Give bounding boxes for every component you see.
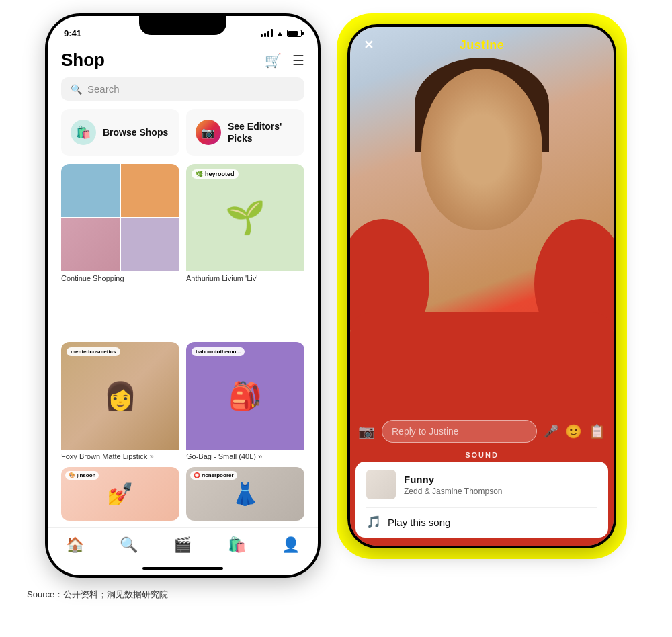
shop-header: Shop 🛒 ☰: [48, 46, 318, 77]
close-icon[interactable]: ✕: [364, 38, 374, 52]
quick-actions: 🛍️ Browse Shops 📷 See Editors' Picks: [48, 109, 318, 164]
browse-shops-card[interactable]: 🛍️ Browse Shops: [61, 109, 179, 156]
lipstick-person: 👩: [103, 380, 137, 412]
nav-shop[interactable]: 🛍️: [228, 536, 246, 554]
status-icons: ▲: [261, 29, 302, 37]
reply-bar: 📷 Reply to Justine 🎤 🙂 📋: [350, 415, 614, 448]
mosaic-img-1: [61, 164, 120, 217]
bag-emoji: 🎒: [228, 380, 262, 412]
header-icons: 🛒 ☰: [265, 52, 304, 69]
song-info: Funny Zedd & Jasmine Thompson: [366, 470, 597, 499]
instagram-icon: 📷: [196, 120, 221, 145]
main-content: 9:41 ▲ Shop 🛒: [13, 13, 659, 578]
snap-bottom-area: 📷 Reply to Justine 🎤 🙂 📋 SOUND: [350, 415, 614, 546]
mic-icon[interactable]: 🎤: [544, 424, 558, 439]
browse-shops-icon: 🛍️: [71, 120, 96, 145]
search-icon: 🔍: [71, 84, 82, 95]
lipstick-card[interactable]: 👩 mentedcosmetics Foxy Brown Matte Lipst…: [61, 342, 179, 462]
lipstick-brand: mentedcosmetics: [67, 347, 120, 356]
snap-top-bar: ✕ Justine ✕: [350, 27, 614, 63]
product-grid-row3: 🎨 jinsoon 💅 ⭕ richerpoorer 👗: [48, 467, 318, 521]
battery-icon: [287, 30, 302, 37]
play-text: Play this song: [388, 517, 450, 528]
menu-icon[interactable]: ☰: [292, 52, 304, 69]
send-icon[interactable]: 📋: [589, 423, 605, 439]
snap-spacer: ✕: [590, 38, 600, 52]
bottom-nav: 🏠 🔍 🎬 🛍️ 👤: [48, 527, 318, 567]
home-indicator: [142, 567, 223, 570]
richer-card[interactable]: ⭕ richerpoorer 👗: [186, 467, 304, 521]
cart-icon[interactable]: 🛒: [265, 52, 282, 69]
bag-brand: baboontothemo...: [192, 347, 245, 356]
browse-shops-label: Browse Shops: [103, 126, 168, 138]
yellow-background: ✕ Justine ✕ 📷 Reply to Justine 🎤: [337, 13, 627, 559]
editors-picks-label: See Editors' Picks: [228, 120, 295, 144]
nav-reels[interactable]: 🎬: [173, 536, 192, 554]
reply-placeholder: Reply to Justine: [392, 426, 459, 437]
music-note-icon: 🎵: [366, 515, 381, 529]
song-thumbnail: [366, 470, 396, 499]
status-time: 9:41: [64, 28, 81, 38]
jinsoon-brand-chip: 🎨 jinsoon: [65, 471, 99, 480]
mosaic-img-2: [121, 164, 179, 217]
left-phone: 9:41 ▲ Shop 🛒: [45, 13, 321, 578]
mosaic-img-3: [61, 218, 120, 271]
wifi-icon: ▲: [276, 29, 284, 37]
plant-label: Anthurium Livium 'Liv': [186, 271, 304, 284]
mosaic-img-4: [121, 218, 179, 271]
lipstick-label: Foxy Brown Matte Lipstick »: [61, 450, 179, 462]
shop-badge: 🌿 heyrooted: [192, 169, 239, 179]
jinsoon-card[interactable]: 🎨 jinsoon 💅: [61, 467, 179, 521]
person-face: [421, 69, 542, 230]
bag-label: Go-Bag - Small (40L) »: [186, 450, 304, 462]
nails-emoji: 💅: [107, 481, 134, 507]
snap-video-area: ✕ Justine ✕ 📷 Reply to Justine 🎤: [350, 27, 614, 546]
nav-profile[interactable]: 👤: [282, 536, 300, 554]
signal-bars-icon: [261, 29, 273, 37]
source-text: Source：公开资料；洞见数据研究院: [13, 589, 168, 601]
song-card: Funny Zedd & Jasmine Thompson 🎵 Play thi…: [355, 462, 608, 538]
product-grid-row2: 👩 mentedcosmetics Foxy Brown Matte Lipst…: [48, 342, 318, 462]
song-artist: Zedd & Jasmine Thompson: [404, 486, 597, 496]
richer-brand-chip: ⭕ richerpoorer: [190, 471, 237, 480]
apparel-emoji: 👗: [232, 481, 259, 507]
nav-home[interactable]: 🏠: [66, 536, 84, 554]
plant-emoji: 🌱: [225, 199, 265, 237]
snap-username: Justine: [460, 38, 505, 52]
shop-title: Shop: [61, 50, 105, 71]
search-placeholder-text: Search: [87, 83, 120, 95]
editors-picks-card[interactable]: 📷 See Editors' Picks: [186, 109, 304, 156]
song-title: Funny: [404, 474, 597, 485]
emoji-icon[interactable]: 🙂: [565, 423, 582, 439]
reply-input[interactable]: Reply to Justine: [382, 420, 537, 443]
bag-card[interactable]: 🎒 baboontothemo... Go-Bag - Small (40L) …: [186, 342, 304, 462]
continue-shopping-card[interactable]: Continue Shopping: [61, 164, 179, 337]
continue-shopping-label: Continue Shopping: [61, 271, 179, 284]
product-grid: Continue Shopping 🌿 heyrooted 🌱 Anthuriu…: [48, 164, 318, 337]
play-row[interactable]: 🎵 Play this song: [366, 507, 597, 529]
camera-icon[interactable]: 📷: [358, 423, 375, 439]
right-phone: ✕ Justine ✕ 📷 Reply to Justine 🎤: [347, 24, 616, 548]
shop-badge-icon: 🌿: [196, 171, 203, 177]
notch: [139, 16, 226, 35]
search-bar[interactable]: 🔍 Search: [61, 77, 304, 101]
nav-search[interactable]: 🔍: [120, 536, 138, 554]
sound-label: SOUND: [350, 448, 614, 462]
plant-card[interactable]: 🌿 heyrooted 🌱 Anthurium Livium 'Liv': [186, 164, 304, 337]
song-details: Funny Zedd & Jasmine Thompson: [404, 474, 597, 496]
